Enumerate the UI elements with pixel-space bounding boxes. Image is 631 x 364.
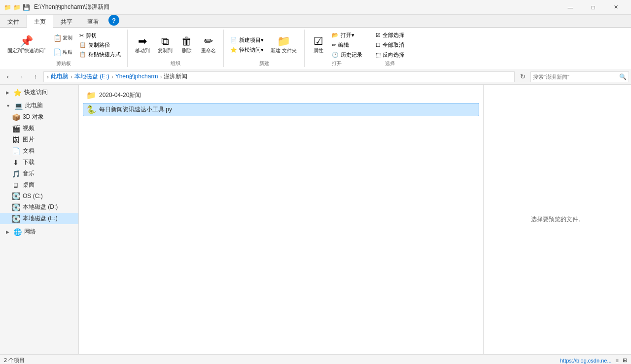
- breadcrumb-sep-2: ›: [111, 73, 113, 80]
- new-item-button[interactable]: 📄 新建项目▾: [228, 35, 266, 44]
- easy-access-button[interactable]: ⭐ 轻松访问▾: [228, 45, 266, 54]
- forward-button[interactable]: ›: [16, 71, 28, 83]
- select-all-button[interactable]: ☑ 全部选择: [373, 31, 407, 39]
- pin-icon: 📌: [20, 36, 33, 47]
- ribbon-content: 📌 固定到"快速访问" 📋 复制 📄 粘贴 ✂ 剪切 �: [0, 28, 631, 69]
- sidebar-item-music[interactable]: 🎵 音乐: [0, 168, 78, 179]
- sidebar-item-video[interactable]: 🎬 视频: [0, 123, 78, 134]
- help-button[interactable]: ?: [108, 15, 119, 26]
- sidebar-section-thispc: ▼ 💻 此电脑 📦 3D 对象 🎬 视频 🖼 图片 📄 文档 ⬇: [0, 100, 78, 224]
- refresh-button[interactable]: ↻: [517, 71, 528, 83]
- edit-button[interactable]: ✏ 编辑: [329, 40, 365, 49]
- search-input[interactable]: [533, 74, 617, 80]
- folder-file-icon: 📁: [86, 91, 96, 100]
- title-bar-text: E:\Yhen的phcharm\澎湃新闻: [34, 3, 559, 11]
- file-area: 📁 2020-04-20新闻 🐍 每日新闻资讯速达小工具.py: [79, 85, 483, 354]
- sidebar-item-network[interactable]: ▶ 🌐 网络: [0, 226, 78, 237]
- sidebar-item-3d[interactable]: 📦 3D 对象: [0, 111, 78, 123]
- sidebar-item-locald[interactable]: 💽 本地磁盘 (D:): [0, 201, 78, 213]
- network-icon: 🌐: [13, 228, 21, 236]
- minimize-button[interactable]: —: [559, 0, 582, 15]
- move-to-button[interactable]: ➡ 移动到: [132, 31, 153, 59]
- rename-button[interactable]: ✏ 重命名: [198, 31, 219, 59]
- history-icon: 🕐: [332, 52, 339, 58]
- invert-select-button[interactable]: ⬚ 反向选择: [373, 50, 407, 59]
- search-icon[interactable]: 🔍: [619, 73, 627, 80]
- file-grid: 📁 2020-04-20新闻 🐍 每日新闻资讯速达小工具.py: [83, 89, 479, 116]
- sidebar-item-locale[interactable]: 💽 本地磁盘 (E:): [0, 213, 78, 224]
- copy-button[interactable]: 📋 复制: [50, 31, 76, 45]
- breadcrumb-drive[interactable]: 本地磁盘 (E:): [74, 72, 109, 81]
- rename-icon: ✏: [204, 36, 213, 47]
- video-icon: 🎬: [12, 125, 20, 132]
- select-all-icon: ☑: [376, 32, 381, 38]
- file-item-folder[interactable]: 📁 2020-04-20新闻: [83, 89, 479, 102]
- osc-icon: 💽: [12, 192, 20, 200]
- documents-icon: 📄: [12, 147, 20, 155]
- copy-to-icon: ⧉: [161, 36, 169, 47]
- sidebar-item-thispc[interactable]: ▼ 💻 此电脑: [0, 100, 78, 111]
- new-buttons: 📄 新建项目▾ ⭐ 轻松访问▾ 📁 新建 文件夹: [228, 31, 300, 59]
- sidebar-item-desktop[interactable]: 🖥 桌面: [0, 179, 78, 191]
- view-list-icon[interactable]: ≡: [616, 358, 619, 364]
- tab-file[interactable]: 文件: [0, 15, 27, 28]
- tab-view[interactable]: 查看: [80, 15, 106, 28]
- history-button[interactable]: 🕐 历史记录: [329, 50, 365, 59]
- breadcrumb-phcharm[interactable]: Yhen的phcharm: [115, 72, 158, 81]
- delete-button[interactable]: 🗑 删除: [177, 31, 197, 59]
- cut-icon: ✂: [79, 33, 84, 39]
- breadcrumb[interactable]: › 此电脑 › 本地磁盘 (E:) › Yhen的phcharm › 澎湃新闻: [43, 71, 515, 82]
- tab-home[interactable]: 主页: [27, 15, 53, 28]
- sidebar-item-quickaccess[interactable]: ▶ ⭐ 快速访问: [0, 87, 78, 98]
- cut-button[interactable]: ✂ 剪切: [77, 31, 123, 40]
- title-bar-icons: 📁 📁 💾: [4, 4, 30, 11]
- breadcrumb-current: 澎湃新闻: [164, 72, 187, 81]
- close-button[interactable]: ✕: [604, 0, 627, 15]
- sidebar-item-downloads[interactable]: ⬇ 下载: [0, 157, 78, 168]
- expand-icon-quickaccess: ▶: [6, 90, 9, 95]
- downloads-icon: ⬇: [12, 159, 20, 166]
- properties-button[interactable]: ☑ 属性: [309, 31, 328, 59]
- copy-icon: 📋: [53, 34, 62, 41]
- main-area: ▶ ⭐ 快速访问 ▼ 💻 此电脑 📦 3D 对象 🎬 视频 🖼 图片: [0, 85, 631, 354]
- paste-button[interactable]: 📄 粘贴: [50, 45, 76, 59]
- copy-path-button[interactable]: 📋 复制路径: [77, 40, 123, 49]
- copy-path-icon: 📋: [79, 42, 86, 48]
- maximize-button[interactable]: □: [582, 0, 604, 15]
- back-button[interactable]: ‹: [2, 71, 14, 83]
- new-item-icon: 📄: [230, 37, 237, 43]
- copy-to-button[interactable]: ⧉ 复制到: [154, 31, 176, 59]
- desktop-icon: 🖥: [12, 181, 20, 189]
- new-folder-button[interactable]: 📁 新建 文件夹: [267, 31, 300, 59]
- breadcrumb-sep-3: ›: [160, 73, 162, 80]
- tab-share[interactable]: 共享: [53, 15, 80, 28]
- quickaccess-icon: ⭐: [13, 89, 21, 97]
- new-folder-icon: 📁: [277, 36, 290, 47]
- clipboard-buttons: 📌 固定到"快速访问" 📋 复制 📄 粘贴 ✂ 剪切 �: [4, 31, 123, 59]
- ribbon-group-new: 📄 新建项目▾ ⭐ 轻松访问▾ 📁 新建 文件夹 新建: [224, 30, 305, 67]
- search-box[interactable]: 🔍: [530, 71, 629, 82]
- paste-shortcut-button[interactable]: 📋 粘贴快捷方式: [77, 50, 123, 59]
- up-button[interactable]: ↑: [30, 71, 41, 83]
- sidebar-item-osc[interactable]: 💽 OS (C:): [0, 191, 78, 201]
- sidebar: ▶ ⭐ 快速访问 ▼ 💻 此电脑 📦 3D 对象 🎬 视频 🖼 图片: [0, 85, 79, 354]
- delete-icon: 🗑: [181, 36, 192, 47]
- deselect-button[interactable]: ☐ 全部取消: [373, 40, 407, 49]
- status-bar: 2 个项目 https://blog.csdn.ne... ≡ ⊞: [0, 354, 631, 364]
- open-label: 打开: [332, 60, 342, 67]
- organize-buttons: ➡ 移动到 ⧉ 复制到 🗑 删除 ✏ 重命名: [132, 31, 219, 59]
- sidebar-item-documents[interactable]: 📄 文档: [0, 145, 78, 157]
- file-item-py[interactable]: 🐍 每日新闻资讯速达小工具.py: [83, 103, 479, 116]
- py-file-name: 每日新闻资讯速达小工具.py: [99, 105, 172, 114]
- status-right: https://blog.csdn.ne... ≡ ⊞: [560, 357, 627, 364]
- paste-shortcut-icon: 📋: [79, 51, 86, 58]
- view-grid-icon[interactable]: ⊞: [623, 357, 627, 364]
- edit-icon: ✏: [332, 42, 336, 48]
- deselect-icon: ☐: [376, 42, 381, 48]
- sidebar-item-pictures[interactable]: 🖼 图片: [0, 134, 78, 145]
- pin-button[interactable]: 📌 固定到"快速访问": [4, 31, 49, 59]
- expand-icon-thispc: ▼: [6, 103, 10, 108]
- breadcrumb-pc[interactable]: 此电脑: [51, 72, 69, 81]
- open-button[interactable]: 📂 打开▾: [329, 31, 365, 39]
- select-buttons: ☑ 全部选择 ☐ 全部取消 ⬚ 反向选择: [373, 31, 407, 59]
